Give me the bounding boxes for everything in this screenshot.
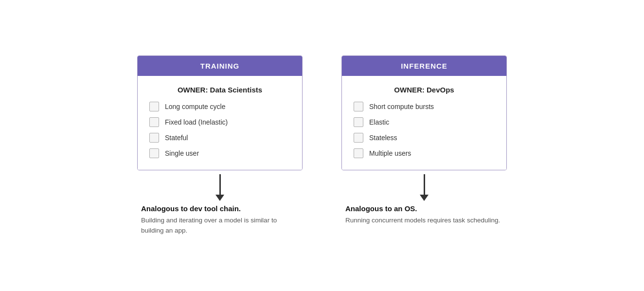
- list-item: Single user: [149, 148, 290, 158]
- checklist-label-2: Fixed load (Inelastic): [165, 118, 228, 126]
- checklist-label-6: Elastic: [369, 118, 389, 126]
- checklist-label-8: Multiple users: [369, 149, 411, 157]
- inference-header: INFERENCE: [342, 56, 506, 76]
- training-checklist: Long compute cycle Fixed load (Inelastic…: [149, 102, 290, 158]
- checkbox-7: [354, 133, 363, 143]
- checkbox-2: [149, 117, 159, 127]
- arrow-line: [424, 174, 425, 195]
- checkbox-3: [149, 133, 159, 143]
- checkbox-8: [354, 148, 363, 158]
- inference-body: OWNER: DevOps Short compute bursts Elast…: [342, 76, 506, 170]
- training-arrow-container: [137, 170, 303, 204]
- checkbox-5: [354, 102, 363, 111]
- list-item: Elastic: [354, 117, 495, 127]
- list-item: Stateless: [354, 133, 495, 143]
- checkbox-6: [354, 117, 363, 127]
- training-description-title: Analogous to dev tool chain.: [141, 204, 299, 213]
- training-arrow: [215, 174, 224, 201]
- checklist-label-1: Long compute cycle: [165, 103, 226, 110]
- inference-description: Analogous to an OS. Running concurrent m…: [341, 204, 507, 225]
- training-header-label: TRAINING: [200, 62, 240, 70]
- inference-column: INFERENCE OWNER: DevOps Short compute bu…: [341, 55, 507, 225]
- checkbox-4: [149, 148, 159, 158]
- list-item: Stateful: [149, 133, 290, 143]
- training-header: TRAINING: [138, 56, 302, 76]
- checklist-label-4: Single user: [165, 149, 199, 157]
- inference-card: INFERENCE OWNER: DevOps Short compute bu…: [341, 55, 507, 170]
- checklist-label-5: Short compute bursts: [369, 103, 434, 110]
- arrow-head: [215, 195, 224, 201]
- arrow-head: [420, 195, 429, 201]
- training-owner: OWNER: Data Scientists: [149, 86, 290, 94]
- inference-header-label: INFERENCE: [401, 62, 447, 70]
- checklist-label-3: Stateful: [165, 134, 188, 142]
- training-description-text: Building and iterating over a model is s…: [141, 216, 299, 236]
- checkbox-1: [149, 102, 159, 111]
- list-item: Fixed load (Inelastic): [149, 117, 290, 127]
- arrow-line: [219, 174, 221, 195]
- training-body: OWNER: Data Scientists Long compute cycl…: [138, 76, 302, 170]
- training-column: TRAINING OWNER: Data Scientists Long com…: [137, 55, 303, 236]
- checklist-label-7: Stateless: [369, 134, 397, 142]
- list-item: Short compute bursts: [354, 102, 495, 111]
- main-container: TRAINING OWNER: Data Scientists Long com…: [108, 41, 536, 250]
- inference-checklist: Short compute bursts Elastic Stateless M…: [354, 102, 495, 158]
- inference-owner: OWNER: DevOps: [354, 86, 495, 94]
- inference-description-title: Analogous to an OS.: [345, 204, 503, 213]
- list-item: Long compute cycle: [149, 102, 290, 111]
- training-description: Analogous to dev tool chain. Building an…: [137, 204, 303, 236]
- inference-description-text: Running concurrent models requires task …: [345, 216, 503, 225]
- inference-arrow: [420, 174, 429, 201]
- inference-arrow-container: [341, 170, 507, 204]
- list-item: Multiple users: [354, 148, 495, 158]
- training-card: TRAINING OWNER: Data Scientists Long com…: [137, 55, 303, 170]
